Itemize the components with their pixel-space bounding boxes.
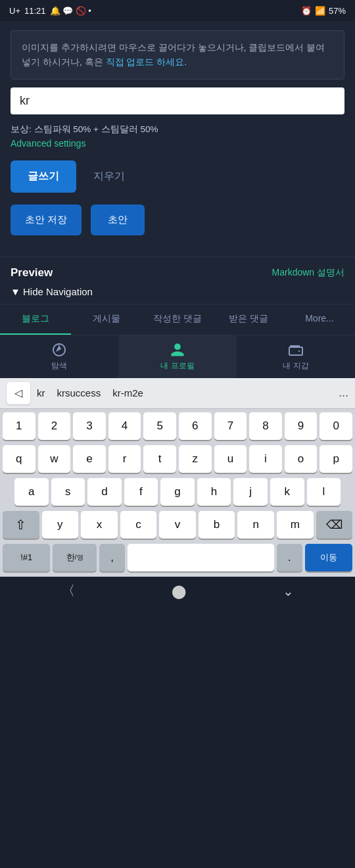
draft-button[interactable]: 초안: [91, 205, 145, 235]
compass-icon: [51, 342, 67, 358]
explore-tab[interactable]: 탐색: [0, 335, 118, 378]
time-label: 11:21: [24, 6, 46, 16]
tab-received-comments[interactable]: 받은 댓글: [213, 304, 284, 335]
space-key[interactable]: [128, 544, 274, 571]
key-x[interactable]: x: [81, 511, 118, 539]
wallet-icon: [288, 342, 304, 358]
key-2[interactable]: 2: [38, 412, 71, 440]
hide-navigation[interactable]: ▼ Hide Navigation: [11, 286, 344, 297]
special-key[interactable]: !#1: [3, 544, 50, 571]
draft-save-button[interactable]: 초안 저장: [11, 205, 82, 235]
key-b[interactable]: b: [199, 511, 235, 539]
preview-section: Preview Markdown 설명서 ▼ Hide Navigation: [0, 256, 355, 304]
key-n[interactable]: n: [237, 511, 274, 539]
key-v[interactable]: v: [159, 511, 196, 539]
key-i[interactable]: i: [249, 445, 282, 473]
key-q[interactable]: q: [3, 445, 36, 473]
draft-buttons: 초안 저장 초안: [11, 205, 344, 235]
key-z[interactable]: z: [179, 445, 212, 473]
markdown-link[interactable]: Markdown 설명서: [272, 267, 344, 279]
explore-label: 탐색: [51, 360, 67, 372]
keyboard-number-row: 1 2 3 4 5 6 7 8 9 0: [0, 409, 355, 442]
recents-gesture: ⌄: [283, 583, 294, 599]
image-upload-text-after: .: [184, 57, 187, 67]
action-buttons: 글쓰기 지우기: [11, 160, 344, 193]
key-h[interactable]: h: [197, 478, 231, 506]
key-y[interactable]: y: [42, 511, 79, 539]
reward-text: 보상: 스팀파워 50% + 스팀달러 50%: [11, 124, 344, 135]
key-u[interactable]: u: [214, 445, 247, 473]
key-9[interactable]: 9: [285, 412, 318, 440]
key-0[interactable]: 0: [320, 412, 352, 440]
autocomplete-back-button[interactable]: ◁: [7, 382, 30, 404]
main-content: 이미지를 추가하시려면 마우스로 끌어다가 놓으시거나, 클립보드에서 붙여넣기…: [0, 21, 355, 256]
backspace-key[interactable]: ⌫: [316, 511, 353, 539]
key-r[interactable]: r: [108, 445, 141, 473]
key-a[interactable]: a: [14, 478, 49, 506]
alarm-icon: ⏰: [301, 6, 312, 16]
delete-button[interactable]: 지우기: [87, 160, 131, 193]
key-7[interactable]: 7: [214, 412, 247, 440]
image-upload-area: 이미지를 추가하시려면 마우스로 끌어다가 놓으시거나, 클립보드에서 붙여넣기…: [11, 30, 344, 80]
preview-title: Preview: [11, 266, 53, 279]
direct-upload-link[interactable]: 직접 업로드 하세요: [106, 57, 185, 67]
key-6[interactable]: 6: [179, 412, 212, 440]
phone-bottom-bar: 〈 ⬤ ⌄: [0, 577, 355, 606]
carrier-label: U+: [9, 6, 20, 16]
key-e[interactable]: e: [73, 445, 106, 473]
key-4[interactable]: 4: [108, 412, 141, 440]
key-g[interactable]: g: [160, 478, 195, 506]
keyboard-row-3: ⇧ y x c v b n m ⌫: [0, 508, 355, 541]
nav-tabs: 블로그 게시물 작성한 댓글 받은 댓글 More...: [0, 304, 355, 335]
autocomplete-bar: ◁ kr krsuccess kr-m2e ...: [0, 378, 355, 409]
key-t[interactable]: t: [143, 445, 176, 473]
bottom-icons-bar: 탐색 내 프로필 내 지갑: [0, 335, 355, 378]
key-j[interactable]: j: [233, 478, 268, 506]
key-d[interactable]: d: [87, 478, 122, 506]
wallet-tab[interactable]: 내 지갑: [237, 335, 355, 378]
key-s[interactable]: s: [51, 478, 85, 506]
period-key[interactable]: .: [277, 544, 302, 571]
advanced-settings-link[interactable]: Advanced settings: [11, 138, 344, 149]
battery-label: 57%: [329, 6, 346, 16]
search-input[interactable]: [20, 94, 335, 108]
home-gesture: ⬤: [172, 583, 186, 599]
autocomplete-items: kr krsuccess kr-m2e: [37, 387, 339, 398]
key-k[interactable]: k: [270, 478, 304, 506]
key-c[interactable]: c: [120, 511, 157, 539]
write-button[interactable]: 글쓰기: [11, 160, 76, 193]
tab-blog[interactable]: 블로그: [0, 304, 71, 335]
wifi-icon: 📶: [315, 6, 325, 16]
status-left: U+ 11:21 🔔 💬 🚫 •: [9, 6, 91, 16]
shift-key[interactable]: ⇧: [3, 511, 39, 539]
autocomplete-item-0[interactable]: kr: [37, 387, 45, 398]
keyboard-row-2: a s d f g h j k l: [0, 475, 355, 508]
key-w[interactable]: w: [38, 445, 71, 473]
tab-written-comments[interactable]: 작성한 댓글: [142, 304, 213, 335]
autocomplete-more-button[interactable]: ...: [339, 386, 348, 400]
key-o[interactable]: o: [285, 445, 318, 473]
autocomplete-item-2[interactable]: kr-m2e: [112, 387, 143, 398]
key-5[interactable]: 5: [143, 412, 176, 440]
status-right: ⏰ 📶 57%: [301, 6, 346, 16]
key-3[interactable]: 3: [73, 412, 106, 440]
tab-posts[interactable]: 게시물: [71, 304, 142, 335]
key-l[interactable]: l: [307, 478, 341, 506]
kor-toggle-key[interactable]: 한/영: [53, 544, 97, 571]
wallet-label: 내 지갑: [283, 360, 308, 372]
back-gesture: 〈: [62, 582, 75, 600]
key-f[interactable]: f: [124, 478, 158, 506]
key-8[interactable]: 8: [249, 412, 282, 440]
tab-more[interactable]: More...: [284, 304, 355, 335]
comma-key[interactable]: ,: [99, 544, 125, 571]
search-input-container[interactable]: [11, 87, 344, 114]
preview-header: Preview Markdown 설명서: [11, 266, 344, 279]
keyboard-area: ◁ kr krsuccess kr-m2e ... 1 2 3 4 5 6 7 …: [0, 378, 355, 577]
key-1[interactable]: 1: [3, 412, 36, 440]
key-m[interactable]: m: [277, 511, 314, 539]
action-key[interactable]: 이동: [305, 544, 352, 571]
profile-label: 내 프로필: [160, 360, 194, 372]
profile-tab[interactable]: 내 프로필: [118, 335, 237, 378]
autocomplete-item-1[interactable]: krsuccess: [57, 387, 101, 398]
key-p[interactable]: p: [320, 445, 352, 473]
